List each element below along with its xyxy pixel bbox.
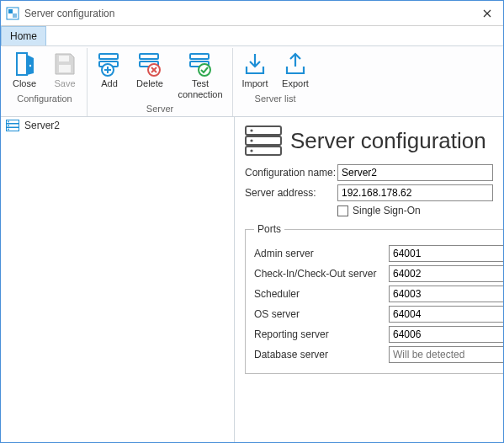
save-icon [53, 51, 77, 77]
reporting-port-label: Reporting server [254, 328, 389, 340]
export-label: Export [282, 78, 309, 89]
ribbon-group-serverlist: Import Export Server list [233, 48, 317, 116]
svg-point-22 [199, 64, 210, 76]
svg-rect-1 [8, 9, 13, 13]
content: Server2 Server configuration Configurati… [1, 117, 503, 442]
svg-rect-10 [99, 54, 118, 59]
sidebar: Server2 [1, 117, 235, 442]
os-port-label: OS server [254, 308, 389, 320]
window-close-button[interactable] [476, 9, 498, 18]
cico-port-input[interactable] [389, 265, 503, 282]
import-icon [243, 51, 267, 77]
page-title: Server configuration [290, 128, 486, 154]
server-address-label: Server address: [245, 187, 337, 199]
door-exit-icon [13, 51, 35, 77]
sidebar-item-label: Server2 [24, 120, 60, 131]
save-label: Save [54, 78, 75, 89]
svg-point-28 [8, 121, 9, 123]
ribbon-group-label-serverlist: Server list [255, 93, 296, 104]
import-button[interactable]: Import [238, 50, 272, 91]
config-name-label: Configuration name: [245, 167, 337, 179]
database-port-label: Database server [254, 349, 389, 360]
ribbon-group-configuration: Close Save Configuration [3, 48, 88, 116]
server-delete-icon [137, 51, 162, 77]
export-button[interactable]: Export [279, 50, 312, 91]
sidebar-item-server[interactable]: Server2 [1, 117, 234, 134]
delete-button[interactable]: Delete [133, 50, 167, 101]
svg-rect-9 [59, 65, 71, 72]
reporting-port-input[interactable] [389, 326, 503, 343]
add-button[interactable]: Add [93, 50, 126, 101]
main-panel: Server configuration Configuration name:… [235, 117, 503, 442]
ribbon-group-label-configuration: Configuration [17, 93, 72, 104]
save-button: Save [48, 50, 82, 91]
ribbon-group-server: Add Delete [88, 48, 233, 116]
svg-rect-15 [140, 54, 158, 59]
sso-label: Single Sign-On [353, 205, 421, 216]
server-address-input[interactable] [337, 184, 493, 201]
admin-port-label: Admin server [254, 248, 389, 259]
close-button[interactable]: Close [8, 50, 41, 91]
svg-point-36 [250, 150, 252, 152]
database-port-input [389, 346, 503, 363]
ports-legend: Ports [254, 223, 284, 235]
ports-fieldset: Ports Admin server ▲ ▼ Check-In/Check-Ou… [245, 223, 503, 374]
add-label: Add [101, 78, 118, 89]
svg-rect-8 [59, 56, 69, 61]
svg-rect-2 [13, 13, 17, 18]
svg-point-7 [29, 65, 31, 67]
os-port-input[interactable] [389, 306, 503, 323]
server-add-icon [97, 51, 122, 77]
ribbon-group-label-server: Server [146, 103, 173, 115]
titlebar: Server configuration [1, 1, 503, 26]
close-label: Close [13, 78, 36, 89]
svg-rect-20 [190, 54, 209, 59]
delete-label: Delete [136, 78, 163, 89]
app-icon [6, 7, 19, 20]
test-label: Test connection [173, 78, 227, 99]
svg-point-34 [250, 130, 252, 132]
server-large-icon [245, 125, 282, 156]
svg-point-29 [8, 125, 9, 126]
export-icon [284, 51, 307, 77]
cico-port-label: Check-In/Check-Out server [254, 268, 389, 280]
server-icon [6, 120, 19, 131]
ribbon: Close Save Configuration [1, 45, 503, 117]
tab-home[interactable]: Home [1, 26, 46, 45]
config-name-input[interactable] [337, 164, 493, 181]
svg-rect-5 [17, 53, 27, 75]
admin-port-input[interactable] [389, 245, 503, 262]
svg-point-35 [250, 140, 252, 142]
svg-point-30 [8, 129, 9, 131]
test-connection-button[interactable]: Test connection [173, 50, 227, 101]
server-test-icon [188, 51, 213, 77]
import-label: Import [241, 78, 268, 89]
scheduler-port-label: Scheduler [254, 288, 389, 300]
sso-checkbox[interactable] [337, 205, 348, 216]
window-title: Server configuration [24, 8, 476, 19]
tabstrip: Home [1, 26, 503, 45]
scheduler-port-input[interactable] [389, 286, 503, 302]
